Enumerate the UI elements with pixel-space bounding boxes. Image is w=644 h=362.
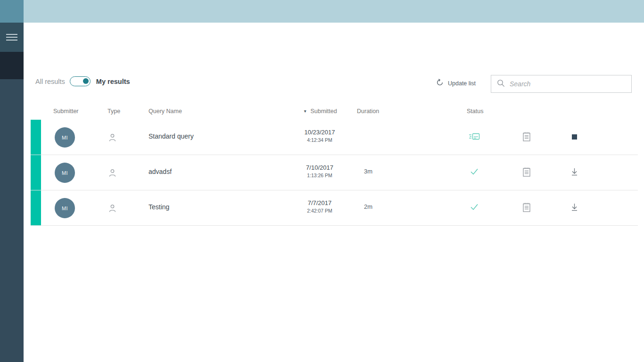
duration-value: 3m <box>364 168 372 175</box>
notes-button[interactable] <box>518 199 535 216</box>
download-icon <box>570 203 578 212</box>
app-window: All results My results Update list <box>0 0 644 362</box>
row-accent-bar <box>31 190 41 225</box>
hamburger-icon <box>6 32 17 42</box>
my-results-label[interactable]: My results <box>96 78 130 85</box>
refresh-icon <box>436 79 444 88</box>
results-toggle[interactable] <box>70 76 91 86</box>
column-header-submitted[interactable]: ▼ Submitted <box>303 108 337 115</box>
submitted-cell: 10/23/2017 4:12:34 PM <box>285 129 354 143</box>
column-header-submitter: Submitter <box>53 108 79 115</box>
status-running-icon <box>467 129 481 143</box>
update-list-button[interactable]: Update list <box>436 79 476 88</box>
sidebar-top-block <box>0 0 24 23</box>
column-header-submitted-label: Submitted <box>310 108 337 115</box>
query-name: Testing <box>149 203 169 211</box>
submitted-date: 7/10/2017 <box>285 164 354 171</box>
status-completed-icon <box>467 200 481 214</box>
column-header-query-name: Query Name <box>149 108 182 115</box>
column-header-duration: Duration <box>357 108 379 115</box>
row-accent-bar <box>31 155 41 190</box>
column-header-type: Type <box>107 108 120 115</box>
avatar-initials: MI <box>62 206 68 211</box>
update-list-label: Update list <box>448 80 476 87</box>
submitted-date: 7/7/2017 <box>285 199 354 206</box>
controls-row: All results My results Update list <box>24 71 644 97</box>
submitted-date: 10/23/2017 <box>285 129 354 136</box>
avatar: MI <box>55 198 75 218</box>
all-results-label[interactable]: All results <box>35 78 65 85</box>
avatar: MI <box>55 127 75 148</box>
query-name: Standard query <box>149 132 194 140</box>
search-icon <box>497 79 505 89</box>
avatar-initials: MI <box>62 135 68 140</box>
avatar: MI <box>55 163 75 183</box>
menu-button[interactable] <box>0 23 24 52</box>
search-box <box>491 75 632 93</box>
submitted-cell: 7/10/2017 1:13:26 PM <box>285 164 354 178</box>
avatar-initials: MI <box>62 170 68 176</box>
results-toggle-group: All results My results <box>35 76 130 86</box>
column-header-status: Status <box>467 108 483 115</box>
notes-button[interactable] <box>518 128 535 145</box>
table-header: Submitter Type Query Name ▼ Submitted Du… <box>31 105 638 120</box>
search-input[interactable] <box>510 80 626 88</box>
user-type-icon <box>108 204 116 214</box>
notes-button[interactable] <box>518 164 535 181</box>
user-type-icon <box>108 133 116 144</box>
table-row[interactable]: MI Standard query 10/23/2017 4:12:34 PM <box>31 120 638 155</box>
query-name: advadsf <box>149 168 172 175</box>
user-type-icon <box>108 169 116 179</box>
download-icon <box>570 168 578 176</box>
sidebar-section-block <box>0 52 24 79</box>
toggle-knob <box>83 78 89 84</box>
submitted-time: 4:12:34 PM <box>285 137 354 143</box>
download-button[interactable] <box>566 199 583 216</box>
duration-value: 2m <box>364 203 372 210</box>
sidebar <box>0 0 24 362</box>
status-completed-icon <box>467 165 481 179</box>
topbar <box>24 0 644 23</box>
submitted-time: 2:42:07 PM <box>285 208 354 214</box>
table-row[interactable]: MI advadsf 7/10/2017 1:13:26 PM 3m <box>31 155 638 190</box>
submitted-cell: 7/7/2017 2:42:07 PM <box>285 199 354 214</box>
sort-desc-icon: ▼ <box>303 109 307 114</box>
row-accent-bar <box>31 120 41 155</box>
stop-button[interactable] <box>566 128 583 145</box>
results-table: Submitter Type Query Name ▼ Submitted Du… <box>31 105 638 226</box>
download-button[interactable] <box>566 164 583 181</box>
table-row[interactable]: MI Testing 7/7/2017 2:42:07 PM 2m <box>31 190 638 226</box>
submitted-time: 1:13:26 PM <box>285 173 354 178</box>
stop-icon <box>572 134 577 140</box>
